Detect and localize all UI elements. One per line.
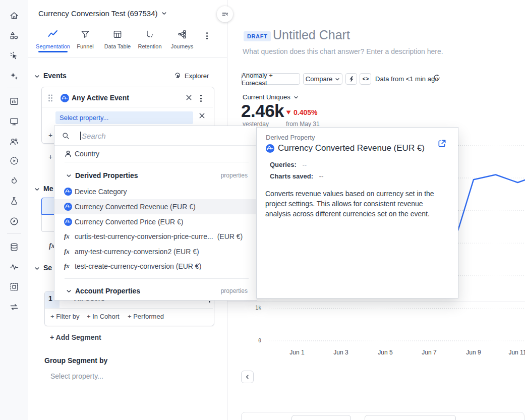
add-where-fragment[interactable]: + — [48, 131, 52, 139]
segment-heading-fragment: Se — [43, 264, 52, 272]
fx-icon: fx — [64, 248, 70, 256]
magic-select-icon[interactable] — [9, 51, 19, 61]
fx-icon: fx — [64, 262, 70, 270]
in-cohort-button[interactable]: + In Cohort — [87, 313, 120, 320]
funnel-icon — [80, 29, 90, 39]
tab-label: Funnel — [77, 43, 94, 49]
audiences-icon[interactable] — [9, 137, 19, 147]
segment-collapse-chevron-icon[interactable] — [34, 266, 40, 271]
anomaly-forecast-button[interactable]: Anomaly + Forecast — [241, 73, 300, 85]
popup-queries-row: Queries: -- — [270, 161, 307, 168]
code-view-label: < > — [363, 76, 368, 82]
explorer-pointer-icon — [173, 72, 182, 80]
tabs-divider — [28, 57, 227, 58]
dropdown-item-label: test-create-currency-conversion (EUR €) — [75, 262, 201, 270]
amplitude-logo-icon — [64, 203, 72, 211]
dropdown-item[interactable]: fx test-create-currency-conversion (EUR … — [54, 259, 256, 274]
open-external-link-icon[interactable] — [437, 139, 447, 148]
group-select-property[interactable]: Select property... — [50, 372, 103, 380]
chart-description-placeholder[interactable]: What question does this chart answer? En… — [243, 47, 443, 55]
property-dropdown: Search Country Derived Properties proper… — [54, 126, 257, 301]
activity-flame-icon[interactable] — [9, 176, 19, 186]
remove-event-icon[interactable] — [186, 94, 192, 101]
compare-label: Compare — [306, 75, 332, 83]
x-axis-label: Jun 5 — [378, 349, 392, 356]
dropdown-item[interactable]: fx amy-test-currency-conversion2 (EUR €) — [54, 244, 256, 259]
ai-sparkles-icon[interactable] — [9, 71, 19, 81]
filter-by-button[interactable]: + Filter by — [50, 313, 79, 320]
metric-change: 0.405% — [286, 108, 317, 116]
add-event-fragment[interactable]: + — [48, 153, 52, 161]
select-property-field[interactable]: Select property... — [55, 111, 193, 124]
change-down-triangle-icon — [286, 110, 291, 115]
y-axis-label-0: 0 — [250, 338, 261, 343]
draft-badge: DRAFT — [244, 31, 271, 41]
code-view-button[interactable]: < > — [360, 73, 371, 85]
nav-rail — [0, 0, 29, 420]
property-search[interactable]: Search — [54, 126, 256, 146]
remove-property-icon[interactable] — [199, 112, 205, 119]
tab-label: Segmentation — [36, 43, 70, 49]
flows-swap-icon[interactable] — [9, 302, 19, 312]
y-axis-label-1k: 1k — [250, 305, 261, 311]
tab-data-table[interactable]: Data Table — [103, 29, 132, 49]
derived-properties-header[interactable]: Derived Properties properties — [54, 168, 256, 183]
tab-journeys[interactable]: Journeys — [168, 29, 196, 49]
section-label: Derived Properties — [75, 171, 138, 179]
compass-icon[interactable] — [9, 216, 19, 226]
tab-retention[interactable]: Retention — [136, 29, 163, 49]
chart-board-icon[interactable] — [9, 96, 19, 106]
dropdown-divider — [65, 278, 249, 279]
popup-title: Currency Converted Revenue (EUR €) — [278, 143, 425, 153]
explorer-button[interactable]: Explorer — [173, 72, 209, 80]
dropdown-item[interactable]: fx curtis-test-currency-conversion-price… — [54, 229, 256, 244]
chevron-down-icon — [66, 288, 72, 294]
event-options-menu[interactable] — [199, 94, 203, 103]
chevron-down-icon — [66, 173, 72, 178]
group-segment-by-heading: Group Segment by — [44, 356, 107, 365]
project-selector[interactable]: Currency Conversion Test (697534) — [38, 9, 167, 18]
dropdown-item-country[interactable]: Country — [54, 146, 256, 161]
metric-selector[interactable]: Current Uniques — [243, 93, 299, 101]
processing-chip-icon[interactable] — [9, 282, 19, 292]
home-icon[interactable] — [9, 11, 19, 21]
collapse-panel-icon — [221, 10, 229, 18]
dropdown-item[interactable]: Device Category — [54, 184, 256, 199]
tab-segmentation[interactable]: Segmentation — [38, 29, 68, 49]
performed-button[interactable]: + Performed — [128, 313, 164, 320]
x-axis-label: Jun 3 — [333, 349, 348, 356]
signals-pulse-icon[interactable] — [9, 262, 19, 272]
refresh-icon[interactable] — [433, 74, 441, 82]
shapes-icon[interactable] — [9, 31, 19, 41]
account-properties-header[interactable]: Account Properties properties — [54, 283, 256, 298]
tabs-overflow-menu[interactable] — [205, 31, 209, 40]
experiments-flask-icon[interactable] — [9, 196, 19, 206]
dropdown-item-label: Device Category — [75, 188, 127, 196]
collapse-panel-button[interactable] — [217, 6, 233, 22]
segmentation-icon — [47, 29, 59, 39]
breakdown-select-1[interactable] — [291, 415, 351, 420]
session-replay-icon[interactable] — [9, 156, 19, 166]
add-segment-button[interactable]: + Add Segment — [50, 333, 101, 341]
segment-number: 1 — [48, 294, 52, 303]
dropdown-item[interactable]: Currency Converted Price (EUR €) — [54, 214, 256, 229]
data-freshness-label: Data from <1 min ago — [375, 75, 438, 83]
queries-value: -- — [302, 161, 307, 168]
popup-charts-saved-row: Charts saved: -- — [270, 172, 323, 180]
chart-title[interactable]: Untitled Chart — [273, 28, 350, 42]
dropdown-item-highlighted[interactable]: Currency Converted Revenue (EUR €) — [54, 199, 256, 214]
drag-handle-icon[interactable] — [47, 94, 53, 102]
breakdown-select-2[interactable] — [365, 415, 456, 420]
tab-funnel[interactable]: Funnel — [75, 29, 96, 49]
amplitude-logo-icon — [266, 144, 274, 153]
measured-collapse-chevron-icon[interactable] — [34, 187, 40, 192]
events-collapse-chevron-icon[interactable] — [34, 74, 40, 79]
measured-heading-fragment: Me — [43, 185, 53, 193]
data-database-icon[interactable] — [9, 242, 19, 252]
compare-button[interactable]: Compare — [303, 73, 342, 85]
realtime-button[interactable] — [345, 73, 357, 85]
x-axis-label: Jun 9 — [466, 349, 481, 356]
collapse-module-button[interactable] — [241, 371, 254, 383]
display-icon[interactable] — [9, 116, 19, 127]
amplitude-event-icon — [61, 94, 69, 102]
